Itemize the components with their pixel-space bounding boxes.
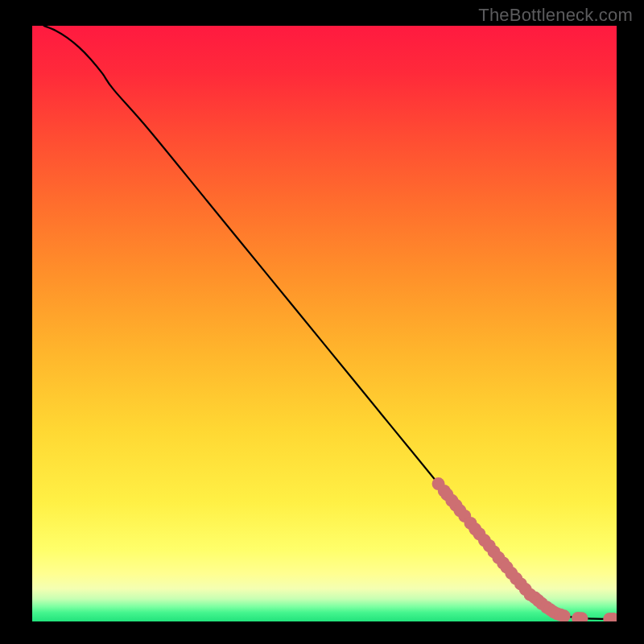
svg-rect-0 — [32, 26, 617, 621]
chart-stage: TheBottleneck.com — [0, 0, 644, 644]
background-gradient — [32, 26, 617, 621]
plot-area — [32, 26, 617, 621]
watermark-text: TheBottleneck.com — [478, 5, 633, 26]
